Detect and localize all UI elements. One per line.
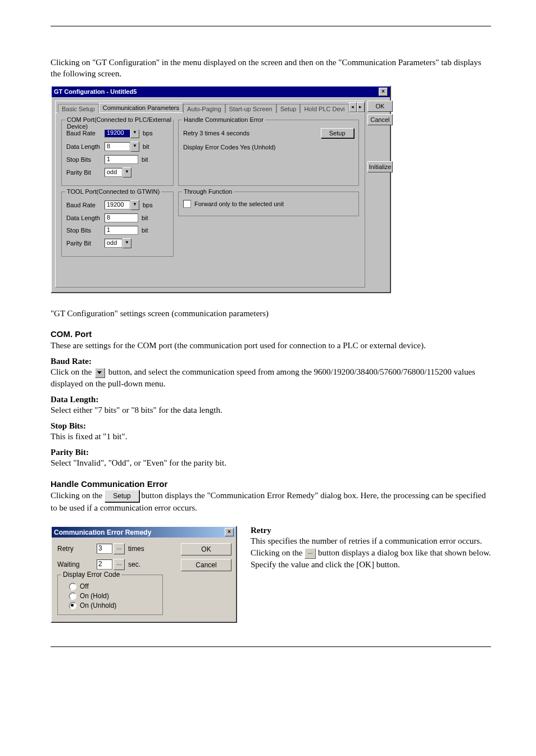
tab-startup-screen[interactable]: Start-up Screen [225, 104, 276, 113]
baud-unit: bps [143, 130, 153, 136]
waiting-input[interactable]: 2 [97, 559, 112, 570]
baud-label: Baud Rate [66, 130, 105, 136]
tab-communication-parameters[interactable]: Communication Parameters [99, 103, 183, 112]
stop-bits-heading: Stop Bits: [51, 421, 491, 431]
tool-stop-bits-field: 1 [105, 226, 138, 235]
data-length-label: Data Length [66, 143, 105, 150]
tool-parity-label: Parity Bit [66, 240, 105, 247]
data-length-select[interactable]: 8 [105, 142, 130, 151]
radio-off-label: Off [80, 582, 89, 590]
retry-input[interactable]: 3 [97, 544, 112, 554]
gt-config-dialog: GT Configuration - Untitled5 × Basic Set… [51, 85, 391, 293]
baud-text-b: button, and select the communication spe… [51, 367, 475, 388]
tool-stop-bits-unit: bit [142, 227, 148, 234]
dialog-title: GT Configuration - Untitled5 [54, 88, 137, 95]
tool-port-group: TOOL Port(Connected to GTWIN) Baud Rate … [61, 192, 174, 257]
ellipsis-icon: ... [305, 548, 316, 559]
tool-data-length-label: Data Length [66, 215, 105, 221]
err-text-a: Clicking on the [51, 491, 105, 500]
through-legend: Through Function [182, 188, 234, 195]
close-icon[interactable]: × [225, 528, 234, 536]
waiting-label: Waiting [57, 561, 97, 568]
radio-on-unhold[interactable] [69, 602, 76, 609]
display-error-summary: Display Error Codes Yes (Unhold) [183, 144, 275, 151]
com-port-group: COM Port(Connected to PLC/External Devic… [61, 120, 174, 186]
chevron-down-icon[interactable]: ▼ [122, 238, 131, 248]
display-error-legend: Display Error Code [61, 571, 121, 579]
forward-label: Forward only to the selected unit [194, 201, 284, 207]
baud-label-tool: Baud Rate [66, 202, 105, 208]
parity-label: Parity Bit [66, 169, 105, 176]
radio-off[interactable] [69, 583, 76, 590]
setup-button[interactable]: Setup [321, 128, 354, 138]
tool-data-length-field: 8 [105, 213, 138, 222]
title-bar[interactable]: GT Configuration - Untitled5 × [52, 86, 390, 97]
tool-stop-bits-label: Stop Bits [66, 227, 105, 234]
chevron-down-icon [95, 368, 105, 378]
tool-port-legend: TOOL Port(Connected to GTWIN) [65, 188, 161, 195]
stop-bits-unit: bit [142, 156, 148, 163]
baud-text-a: Click on the [51, 367, 94, 376]
initialize-button[interactable]: Initialize [367, 161, 393, 172]
intro-paragraph: Clicking on "GT Configuration" in the me… [51, 57, 491, 80]
close-icon[interactable]: × [379, 88, 388, 96]
retry-text: This specifies the number of retries if … [251, 535, 491, 570]
tab-scroll-right-icon[interactable]: ▸ [357, 102, 365, 112]
baud-text: Click on the button, and select the comm… [51, 366, 491, 389]
forward-checkbox[interactable] [183, 200, 191, 208]
radio-on-unhold-label: On (Unhold) [80, 602, 116, 609]
data-length-text: Select either "7 bits" or "8 bits" for t… [51, 404, 491, 416]
chevron-down-icon[interactable]: ▼ [130, 142, 139, 152]
mini-dialog-title: Communication Error Remedy [54, 529, 151, 536]
chevron-down-icon[interactable]: ▼ [122, 167, 131, 177]
tool-baud-select[interactable]: 19200 [105, 201, 130, 210]
com-port-heading: COM. Port [51, 329, 491, 339]
radio-on-hold[interactable] [69, 593, 76, 600]
ok-button[interactable]: OK [367, 101, 393, 112]
retry-unit: times [128, 545, 144, 553]
waiting-unit: sec. [128, 561, 140, 568]
ok-button[interactable]: OK [181, 543, 231, 555]
error-remedy-dialog: Communication Error Remedy × Retry 3 ...… [51, 526, 237, 623]
footer-rule [51, 646, 491, 647]
chevron-down-icon[interactable]: ▼ [130, 200, 139, 210]
retry-heading: Retry [251, 526, 491, 535]
data-length-heading: Data Length: [51, 395, 491, 404]
mini-title-bar[interactable]: Communication Error Remedy × [52, 527, 236, 538]
retry-summary: Retry 3 times 4 seconds [183, 130, 249, 136]
error-legend: Handle Communication Error [182, 116, 265, 123]
tool-baud-unit: bps [143, 202, 153, 208]
tool-data-length-unit: bit [142, 215, 148, 221]
tab-auto-paging[interactable]: Auto-Paging [183, 104, 225, 113]
retry-label: Retry [57, 545, 97, 553]
ellipsis-icon[interactable]: ... [113, 543, 125, 554]
top-rule [51, 26, 491, 26]
dialog-caption: "GT Configuration" settings screen (comm… [51, 308, 491, 319]
cancel-button[interactable]: Cancel [367, 114, 393, 125]
baud-heading: Baud Rate: [51, 357, 491, 366]
tab-scroll-left-icon[interactable]: ◂ [349, 102, 357, 112]
com-port-text: These are settings for the COM port (the… [51, 340, 491, 351]
stop-bits-field: 1 [105, 155, 138, 164]
handle-error-group: Handle Communication Error Retry 3 times… [178, 120, 359, 186]
data-length-unit: bit [143, 143, 149, 150]
com-port-legend: COM Port(Connected to PLC/External Devic… [65, 116, 173, 130]
ellipsis-icon[interactable]: ... [113, 559, 125, 570]
setup-button-inline: Setup [105, 490, 139, 502]
baud-select[interactable]: 19200 [105, 129, 130, 138]
tool-parity-select[interactable]: odd [105, 239, 122, 248]
radio-on-hold-label: On (Hold) [80, 592, 109, 600]
parity-text: Select "Invalid", "Odd", or "Even" for t… [51, 457, 491, 468]
handle-error-heading: Handle Communication Error [51, 479, 491, 489]
cancel-button[interactable]: Cancel [181, 559, 231, 571]
through-function-group: Through Function Forward only to the sel… [178, 192, 359, 216]
tab-strip: Basic Setup Communication Parameters Aut… [56, 101, 365, 112]
tab-hold-plc[interactable]: Hold PLC Devi [300, 104, 348, 113]
tab-setup[interactable]: Setup [276, 104, 301, 113]
display-error-group: Display Error Code Off On (Hold) On (Unh… [57, 575, 163, 615]
handle-error-text: Clicking on the Setup button displays th… [51, 490, 491, 514]
tab-basic-setup[interactable]: Basic Setup [58, 104, 99, 113]
parity-select[interactable]: odd [105, 168, 122, 177]
parity-heading: Parity Bit: [51, 448, 491, 457]
stop-bits-text: This is fixed at "1 bit". [51, 431, 491, 442]
